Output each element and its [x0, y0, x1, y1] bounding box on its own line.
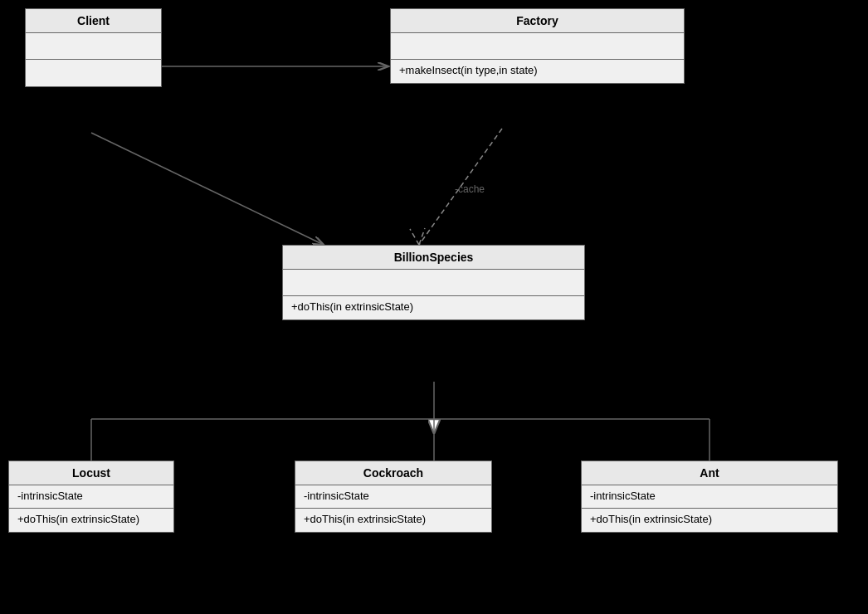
- client-attributes: [26, 33, 161, 60]
- cockroach-attributes: -intrinsicState: [295, 485, 491, 509]
- client-class: Client: [25, 8, 162, 87]
- factory-method-1: +makeInsect(in type,in state): [399, 64, 538, 76]
- cache-label: -cache: [455, 183, 485, 195]
- billionspecies-class-name: BillionSpecies: [283, 246, 584, 270]
- ant-class: Ant -intrinsicState +doThis(in extrinsic…: [581, 460, 838, 533]
- billionspecies-attributes: [283, 270, 584, 296]
- locust-methods: +doThis(in extrinsicState): [9, 509, 173, 532]
- factory-attributes: [391, 33, 684, 60]
- factory-methods: +makeInsect(in type,in state): [391, 60, 684, 83]
- ant-class-name: Ant: [582, 461, 837, 485]
- locust-attributes: -intrinsicState: [9, 485, 173, 509]
- locust-method-1: +doThis(in extrinsicState): [17, 513, 139, 525]
- billionspecies-methods: +doThis(in extrinsicState): [283, 296, 584, 319]
- cockroach-method-1: +doThis(in extrinsicState): [304, 513, 426, 525]
- locust-class-name: Locust: [9, 461, 173, 485]
- dashed-tip2: [410, 229, 419, 245]
- dashed-tip1: [419, 228, 425, 245]
- locust-class: Locust -intrinsicState +doThis(in extrin…: [8, 460, 174, 533]
- factory-class-name: Factory: [391, 9, 684, 33]
- client-class-name: Client: [26, 9, 161, 33]
- ant-attributes: -intrinsicState: [582, 485, 837, 509]
- cockroach-class-name: Cockroach: [295, 461, 491, 485]
- cockroach-methods: +doThis(in extrinsicState): [295, 509, 491, 532]
- ant-method-1: +doThis(in extrinsicState): [590, 513, 712, 525]
- uml-diagram: -cache Client Factory +makeInsect(in typ…: [0, 0, 868, 614]
- cockroach-class: Cockroach -intrinsicState +doThis(in ext…: [295, 460, 492, 533]
- billionspecies-class: BillionSpecies +doThis(in extrinsicState…: [282, 245, 585, 320]
- client-methods: [26, 60, 161, 86]
- client-billionspecies-arrow: [91, 133, 324, 245]
- billionspecies-method-1: +doThis(in extrinsicState): [291, 300, 413, 313]
- factory-class: Factory +makeInsect(in type,in state): [390, 8, 685, 84]
- ant-attr-1: -intrinsicState: [590, 490, 656, 502]
- ant-methods: +doThis(in extrinsicState): [582, 509, 837, 532]
- locust-attr-1: -intrinsicState: [17, 490, 83, 502]
- cockroach-attr-1: -intrinsicState: [304, 490, 369, 502]
- factory-billionspecies-line: [419, 129, 502, 245]
